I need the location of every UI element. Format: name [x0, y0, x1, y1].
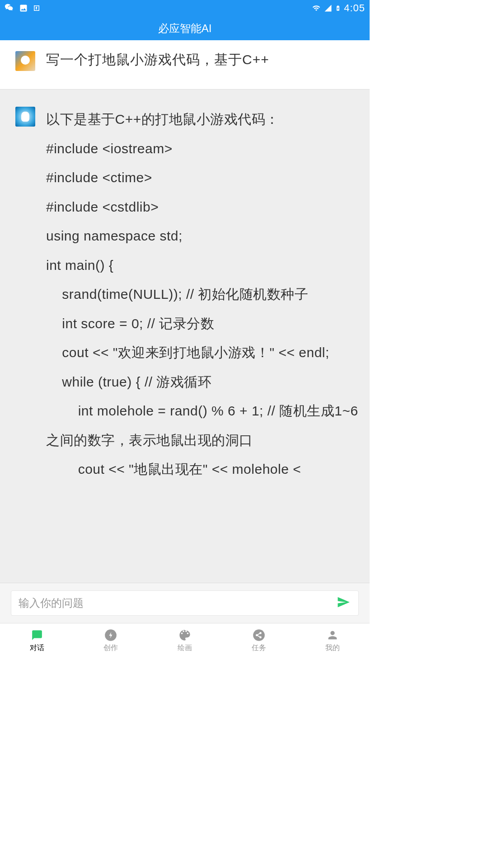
status-icons-right: 4:05	[311, 2, 365, 14]
nav-label: 绘画	[178, 643, 192, 653]
bottom-nav: 对话 创作 绘画 任务 我的	[0, 623, 370, 658]
app-title: 必应智能AI	[158, 21, 212, 36]
nav-label: 对话	[30, 643, 44, 653]
svg-point-1	[253, 629, 265, 641]
person-icon	[326, 629, 339, 642]
chat-area[interactable]: 写一个打地鼠小游戏代码，基于C++ 以下是基于C++的打地鼠小游戏代码： #in…	[0, 40, 370, 583]
nav-draw[interactable]: 绘画	[148, 623, 222, 658]
app-header: 必应智能AI	[0, 16, 370, 40]
nav-create[interactable]: 创作	[74, 623, 148, 658]
image-icon	[19, 4, 28, 13]
signal-icon	[324, 4, 332, 12]
nav-profile[interactable]: 我的	[296, 623, 370, 658]
chat-icon	[30, 629, 44, 642]
status-bar: 4:05	[0, 0, 370, 16]
status-icons-left	[5, 3, 41, 13]
wechat-icon	[5, 3, 14, 13]
ai-avatar	[15, 107, 35, 127]
nav-task[interactable]: 任务	[222, 623, 296, 658]
nav-label: 任务	[252, 643, 266, 653]
ai-message: 以下是基于C++的打地鼠小游戏代码： #include <iostream> #…	[0, 90, 370, 493]
ai-message-text: 以下是基于C++的打地鼠小游戏代码： #include <iostream> #…	[46, 105, 361, 484]
message-input[interactable]: 输入你的问题	[11, 590, 359, 616]
palette-icon	[178, 629, 192, 642]
input-placeholder: 输入你的问题	[19, 596, 336, 610]
user-message-text: 写一个打地鼠小游戏代码，基于C++	[46, 49, 269, 70]
user-avatar	[15, 51, 35, 71]
app-icon	[33, 4, 41, 12]
status-time: 4:05	[344, 2, 365, 14]
input-area: 输入你的问题	[0, 583, 370, 623]
battery-icon	[335, 3, 341, 13]
nav-label: 我的	[325, 643, 340, 653]
nav-label: 创作	[103, 643, 118, 653]
send-icon	[336, 595, 351, 609]
send-button[interactable]	[336, 595, 351, 611]
bolt-icon	[104, 629, 117, 642]
nav-chat[interactable]: 对话	[0, 623, 74, 658]
wifi-icon	[311, 4, 321, 12]
user-message: 写一个打地鼠小游戏代码，基于C++	[0, 40, 370, 90]
share-icon	[252, 629, 266, 642]
